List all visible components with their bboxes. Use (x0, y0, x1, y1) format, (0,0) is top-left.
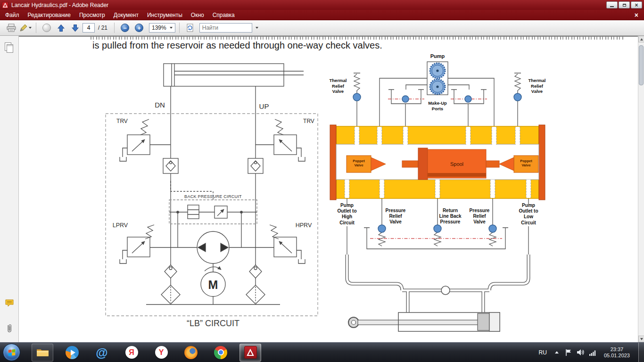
restore-button[interactable] (619, 1, 630, 8)
system-tray: RU 23:37 05.01.2023 (537, 343, 644, 362)
check-valve-up (248, 158, 263, 173)
print-button[interactable] (5, 22, 18, 34)
sign-button[interactable] (19, 22, 32, 34)
taskbar-firefox-button[interactable] (180, 344, 202, 362)
toolbar: / 21 − + 139% (0, 20, 644, 36)
windows-logo-icon (7, 348, 17, 357)
close-button[interactable]: × (631, 1, 642, 8)
mail-at-icon: @ (96, 346, 107, 359)
language-indicator[interactable]: RU (537, 347, 549, 358)
label-thermal-relief-left: ThermalReliefValve (330, 78, 347, 94)
yandex-icon: Я (125, 346, 138, 359)
adobe-reader-icon (244, 346, 257, 359)
lb-circuit-diagram: DN UP TRV TRV BACK PRESSURE CIRCUIT LPRV… (100, 56, 324, 336)
thermal-ball-left (353, 93, 361, 101)
label-return-back: ReturnLine BackPressure (439, 208, 462, 224)
zoom-in-button[interactable]: + (132, 22, 146, 34)
taskbar-explorer-button[interactable] (32, 344, 53, 362)
adobe-triangle-icon (247, 349, 254, 356)
label-makeup-ports: Make-UpPorts (428, 100, 447, 111)
menu-item-help[interactable]: Справка (208, 10, 239, 20)
lb-circuit-title: “LB” CIRCUIT (187, 319, 239, 328)
zoom-out-button[interactable]: − (118, 22, 132, 34)
makeup-ball-right (465, 96, 471, 102)
zoom-level-select[interactable]: 139% (149, 23, 175, 33)
chrome-icon-ring (218, 349, 224, 355)
page-display-button[interactable] (183, 22, 197, 34)
arrow-down-icon (71, 24, 79, 32)
menu-item-window[interactable]: Окно (187, 10, 208, 20)
trv-right-symbol (256, 119, 305, 161)
label-outlet-low: PumpOutlet toLowCircuit (519, 203, 538, 225)
minimize-icon (610, 6, 614, 7)
label-lprv: LPRV (113, 222, 128, 229)
page-thumbnails-icon[interactable] (4, 41, 15, 54)
taskbar-yandex-button[interactable]: Я (121, 344, 142, 362)
tube-fitting (441, 286, 450, 295)
document-area[interactable]: is pulled from the reservoir as needed t… (19, 36, 644, 342)
pen-icon (19, 24, 27, 32)
menu-item-view[interactable]: Просмотр (75, 10, 109, 20)
taskbar-media-player-button[interactable] (61, 344, 83, 362)
relief-ball-center (434, 225, 441, 232)
hidden-icons-button[interactable] (555, 351, 559, 354)
page-icon (7, 44, 13, 53)
taskbar-mail-button[interactable]: @ (91, 344, 113, 362)
taskbar-adobe-reader-button[interactable] (239, 344, 261, 362)
label-back-pressure-circuit: BACK PRESSURE CIRCUIT (184, 194, 242, 199)
menu-item-edit[interactable]: Редактирование (24, 10, 75, 20)
menubar-close-icon[interactable]: × (630, 11, 643, 19)
label-prv-left: PressureReliefValve (386, 208, 406, 224)
chrome-icon (214, 346, 227, 359)
menu-item-file[interactable]: Файл (1, 10, 24, 20)
relief-ball-left (378, 225, 386, 232)
scroll-down-button[interactable] (638, 336, 644, 342)
adobe-triangle-icon (3, 3, 8, 8)
arrow-up-icon (57, 24, 65, 32)
taskbar-yandex-browser-button[interactable]: Y (150, 344, 172, 362)
vertical-scrollbar[interactable] (638, 36, 644, 342)
pdf-page: is pulled from the reservoir as needed t… (19, 37, 638, 342)
show-desktop-button[interactable] (638, 343, 644, 362)
find-input[interactable] (199, 23, 252, 33)
scroll-up-button[interactable] (638, 36, 644, 42)
hprv-symbol (229, 225, 305, 263)
close-icon: × (635, 3, 638, 8)
document-text-line: is pulled from the reservoir as needed t… (92, 40, 382, 51)
toolbar-separator (36, 23, 36, 33)
label-hprv: HPRV (296, 222, 312, 229)
back-pressure-circuit-box (169, 200, 257, 247)
label-trv-left: TRV (116, 118, 128, 124)
volume-icon[interactable] (577, 348, 585, 356)
next-page-button[interactable] (68, 22, 82, 34)
scrollbar-thumb[interactable] (639, 45, 644, 85)
hydraulic-cylinder-symbol (164, 64, 304, 86)
yandex-browser-icon: Y (155, 346, 168, 359)
zoom-out-icon: − (121, 24, 129, 32)
label-prv-right: PressureReliefValve (470, 208, 490, 224)
start-button[interactable] (3, 344, 20, 361)
restore-icon (623, 4, 626, 7)
taskbar-chrome-button[interactable] (210, 344, 231, 362)
attachments-icon[interactable] (4, 322, 15, 335)
cylinder-assembly (348, 313, 500, 331)
page-number-input[interactable] (83, 23, 95, 33)
menu-item-tools[interactable]: Инструменты (143, 10, 187, 20)
pump-gears-symbol (427, 62, 448, 95)
label-poppet-right: PoppetValve (520, 159, 532, 167)
printer-icon (7, 24, 16, 32)
action-center-icon[interactable] (564, 348, 572, 356)
comments-icon[interactable] (4, 297, 15, 309)
clipped-text-line (91, 37, 623, 40)
network-icon[interactable] (589, 348, 597, 356)
clock[interactable]: 23:37 05.01.2023 (604, 346, 630, 359)
lprv-symbol (120, 225, 197, 263)
find-options-button[interactable] (253, 23, 261, 33)
ybrowser-letter: Y (159, 349, 164, 356)
trv-left-symbol (120, 119, 171, 161)
previous-page-button[interactable] (54, 22, 67, 34)
minimize-button[interactable] (606, 1, 618, 8)
hand-tool-button[interactable] (40, 22, 53, 34)
menu-item-document[interactable]: Документ (109, 10, 143, 20)
adobe-reader-app-icon[interactable] (2, 2, 8, 8)
